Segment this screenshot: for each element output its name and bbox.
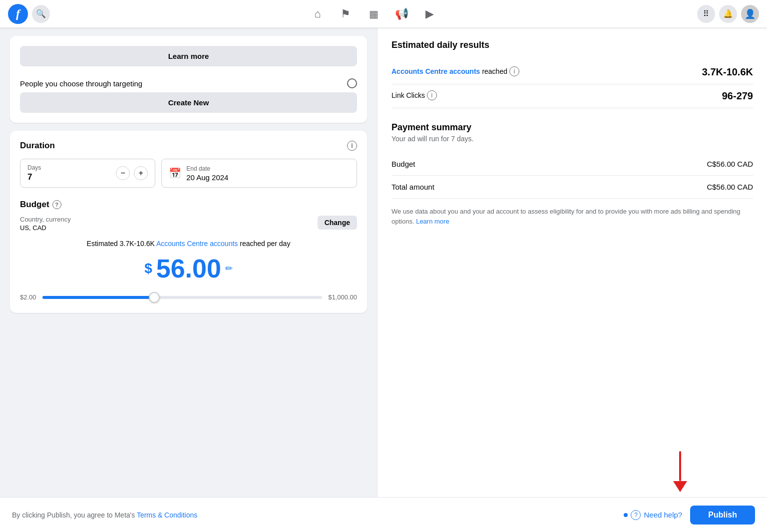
red-arrow xyxy=(673,451,687,492)
create-new-button[interactable]: Create New xyxy=(20,92,357,113)
help-circle-icon: ? xyxy=(631,510,641,520)
avatar-icon: 👤 xyxy=(745,8,756,19)
accounts-centre-right-link[interactable]: Accounts Centre accounts xyxy=(391,67,480,75)
total-amount-value: C$56.00 CAD xyxy=(707,183,753,191)
bottom-right: ? Need help? Publish xyxy=(624,506,755,525)
slider-row: $2.00 $1,000.00 xyxy=(20,293,357,301)
budget-payment-label: Budget xyxy=(391,160,415,168)
disclaimer-text: We use data about you and your ad accoun… xyxy=(391,207,753,226)
megaphone-icon: 📢 xyxy=(395,7,408,20)
end-date-label: End date xyxy=(186,165,228,172)
terms-link[interactable]: Terms & Conditions xyxy=(137,511,197,519)
accounts-reached-row: Accounts Centre accounts reached i 3.7K-… xyxy=(391,60,753,84)
duration-card: Duration i Days 7 − + 📅 E xyxy=(10,131,367,313)
budget-help-icon[interactable]: ? xyxy=(52,200,61,209)
targeting-radio[interactable] xyxy=(347,78,357,88)
targeting-option: People you choose through targeting xyxy=(20,74,357,92)
slider-min-label: $2.00 xyxy=(20,293,36,301)
blue-dot xyxy=(624,513,628,517)
days-left: Days 7 xyxy=(27,164,41,182)
flag-icon: ⚑ xyxy=(341,7,351,20)
estimated-reach-text: Estimated 3.7K-10.6K Accounts Centre acc… xyxy=(20,240,357,248)
link-clicks-row: Link Clicks i 96-279 xyxy=(391,84,753,108)
change-currency-button[interactable]: Change xyxy=(318,216,357,230)
end-date-inner: End date 20 Aug 2024 xyxy=(186,165,228,182)
currency-row: Country, currency US, CAD Change xyxy=(20,216,357,232)
accounts-info-icon[interactable]: i xyxy=(509,66,519,76)
home-icon: ⌂ xyxy=(314,7,321,20)
budget-slider[interactable] xyxy=(42,296,323,299)
targeting-label: People you choose through targeting xyxy=(20,79,142,88)
slider-max-label: $1,000.00 xyxy=(328,293,357,301)
nav-right: ⠿ 🔔 👤 xyxy=(697,5,759,23)
estimated-prefix: Estimated 3.7K-10.6K xyxy=(87,240,156,248)
link-clicks-value: 96-279 xyxy=(722,90,753,102)
calendar-icon: 📅 xyxy=(169,167,181,179)
grid-button[interactable]: ⠿ xyxy=(697,5,715,23)
page-wrapper: Learn more People you choose through tar… xyxy=(0,28,767,532)
megaphone-nav-button[interactable]: 📢 xyxy=(389,2,413,26)
need-help-button[interactable]: ? Need help? xyxy=(624,510,682,520)
bell-icon: 🔔 xyxy=(723,9,733,18)
dollar-sign: $ xyxy=(144,261,152,276)
notifications-button[interactable]: 🔔 xyxy=(719,5,737,23)
total-amount-label: Total amount xyxy=(391,183,434,191)
link-clicks-text: Link Clicks xyxy=(391,91,425,99)
grid-icon: ⠿ xyxy=(703,9,709,18)
days-controls: − + xyxy=(116,166,148,180)
bottom-bar: By clicking Publish, you agree to Meta's… xyxy=(0,497,767,532)
budget-payment-value: C$56.00 CAD xyxy=(707,160,753,168)
payment-summary-title: Payment summary xyxy=(391,122,753,133)
budget-payment-row: Budget C$56.00 CAD xyxy=(391,153,753,176)
play-nav-button[interactable]: ▶ xyxy=(417,2,441,26)
duration-section-title: Duration i xyxy=(20,141,357,151)
slider-thumb[interactable] xyxy=(149,292,160,303)
budget-amount-row: $ 56.00 ✏ xyxy=(20,254,357,283)
accounts-reached-label: Accounts Centre accounts reached i xyxy=(391,66,519,76)
estimated-daily-results-title: Estimated daily results xyxy=(391,40,753,50)
topnav: f 🔍 ⌂ ⚑ ▦ 📢 ▶ ⠿ 🔔 👤 xyxy=(0,0,767,28)
days-increment-button[interactable]: + xyxy=(134,166,148,180)
learn-more-disclaimer-link[interactable]: Learn more xyxy=(416,218,449,225)
end-date-box[interactable]: 📅 End date 20 Aug 2024 xyxy=(161,159,357,188)
left-panel: Learn more People you choose through tar… xyxy=(0,28,377,532)
duration-title-text: Duration xyxy=(20,141,55,151)
flag-nav-button[interactable]: ⚑ xyxy=(334,2,358,26)
reached-text: reached xyxy=(482,67,507,75)
red-arrow-line xyxy=(679,451,681,481)
link-clicks-label: Link Clicks i xyxy=(391,90,437,100)
publish-button[interactable]: Publish xyxy=(690,506,755,525)
currency-info: Country, currency US, CAD xyxy=(20,216,71,232)
accounts-centre-link[interactable]: Accounts Centre accounts xyxy=(156,240,238,248)
red-arrow-head xyxy=(673,481,687,492)
home-nav-button[interactable]: ⌂ xyxy=(306,2,330,26)
chart-nav-button[interactable]: ▦ xyxy=(362,2,385,26)
terms-prefix: By clicking Publish, you agree to Meta's xyxy=(12,511,137,519)
budget-title-text: Budget xyxy=(20,200,49,210)
payment-subtitle: Your ad will run for 7 days. xyxy=(391,135,753,143)
slider-fill xyxy=(42,296,154,299)
duration-info-icon[interactable]: i xyxy=(347,141,357,151)
nav-center: ⌂ ⚑ ▦ 📢 ▶ xyxy=(50,2,697,26)
terms-text: By clicking Publish, you agree to Meta's… xyxy=(12,511,197,519)
edit-budget-icon[interactable]: ✏ xyxy=(225,263,233,274)
days-value: 7 xyxy=(27,172,41,182)
search-button[interactable]: 🔍 xyxy=(32,5,50,23)
accounts-reached-value: 3.7K-10.6K xyxy=(702,66,753,78)
link-clicks-info-icon[interactable]: i xyxy=(427,90,437,100)
budget-section-title: Budget ? xyxy=(20,200,357,210)
search-icon: 🔍 xyxy=(36,9,46,18)
currency-value: US, CAD xyxy=(20,224,71,232)
budget-amount: 56.00 xyxy=(156,254,221,283)
right-panel: Estimated daily results Accounts Centre … xyxy=(377,28,767,532)
days-input-box: Days 7 − + xyxy=(20,159,155,188)
currency-label: Country, currency xyxy=(20,216,71,223)
learn-more-card: Learn more People you choose through tar… xyxy=(10,36,367,123)
avatar-button[interactable]: 👤 xyxy=(741,5,759,23)
play-icon: ▶ xyxy=(425,7,434,20)
learn-more-button[interactable]: Learn more xyxy=(20,46,357,66)
days-decrement-button[interactable]: − xyxy=(116,166,130,180)
need-help-label: Need help? xyxy=(644,511,682,519)
chart-icon: ▦ xyxy=(369,8,379,20)
end-date-value: 20 Aug 2024 xyxy=(186,173,228,182)
